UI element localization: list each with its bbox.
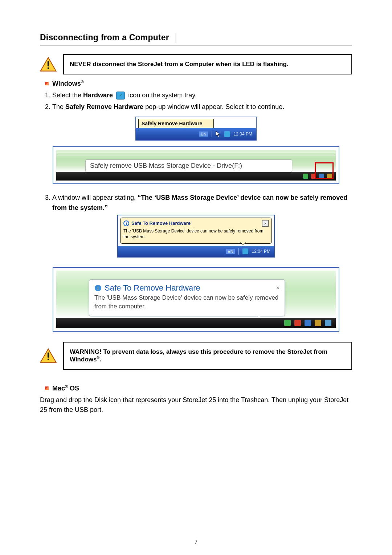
section-divider xyxy=(40,45,352,46)
tray-icon xyxy=(284,320,291,326)
step-3-text-a: A window will appear stating, xyxy=(52,194,138,201)
registered-mark: ® xyxy=(65,384,68,389)
step-1: Select the Hardware icon on the system t… xyxy=(52,90,352,101)
cursor-icon xyxy=(216,131,221,137)
screenshot-vista-row: Safely remove USB Mass Storage Device - … xyxy=(53,146,339,184)
close-icon[interactable]: × xyxy=(276,285,279,291)
popup-text: Safely remove USB Mass Storage Device - … xyxy=(90,162,242,169)
page: Disconnecting from a Computer │ NEVER di… xyxy=(0,0,392,555)
language-indicator: EN xyxy=(199,131,208,137)
svg-rect-10 xyxy=(48,353,49,358)
vista-background: Safely remove USB Mass Storage Device - … xyxy=(56,150,336,172)
vista-taskbar xyxy=(56,172,336,181)
vista-balloon-body: The 'USB Mass Storage Device' device can… xyxy=(94,293,279,311)
page-number: 7 xyxy=(0,539,392,546)
step-1-bold: Hardware xyxy=(83,92,113,99)
warning-icon xyxy=(40,57,57,72)
taskbar-separator xyxy=(212,131,212,137)
step-2: The Safely Remove Hardware pop-up window… xyxy=(52,102,352,112)
svg-rect-1 xyxy=(48,61,49,66)
highlight-box xyxy=(315,162,334,179)
language-indicator: EN xyxy=(226,249,234,254)
warning-text-b: . xyxy=(99,356,101,363)
info-icon xyxy=(123,220,129,226)
svg-rect-2 xyxy=(48,68,49,69)
step-1-text-a: Select the xyxy=(52,92,83,99)
callout-text: NEVER disconnect the StoreJet from a Com… xyxy=(70,61,289,68)
svg-rect-4 xyxy=(126,223,127,225)
step-3: A window will appear stating, “The ‘USB … xyxy=(52,193,352,213)
mac-paragraph: Drag and drop the Disk icon that represe… xyxy=(40,395,352,416)
taskbar-separator xyxy=(238,248,239,255)
tray-icon xyxy=(294,320,301,326)
steps-list-continued: A window will appear stating, “The ‘USB … xyxy=(42,193,352,213)
hardware-tray-icon xyxy=(116,92,125,100)
info-icon xyxy=(94,284,102,292)
warning-icon xyxy=(40,348,57,363)
subhead-mac-text: Mac xyxy=(52,385,65,392)
subhead-mac: Mac® OS xyxy=(45,384,352,392)
taskbar-clock: 12:04 PM xyxy=(252,249,270,254)
tray-icon xyxy=(315,320,321,326)
callout-never-disconnect: NEVER disconnect the StoreJet from a Com… xyxy=(40,54,352,74)
subhead-mac-os: OS xyxy=(68,385,79,392)
taskbar-clock: 12:04 PM xyxy=(234,131,252,137)
svg-rect-8 xyxy=(98,286,98,287)
xp-taskbar: EN 12:04 PM xyxy=(118,246,274,257)
callout-box: NEVER disconnect the StoreJet from a Com… xyxy=(63,54,352,74)
vista-taskbar xyxy=(56,318,336,328)
step-2-text-c: pop-up window will appear. Select it to … xyxy=(145,103,284,110)
step-2-bold: Safely Remove Hardware xyxy=(65,103,143,110)
subhead-windows-text: Windows xyxy=(52,80,81,87)
close-icon[interactable]: × xyxy=(262,220,269,227)
screenshot-xp-balloon: Safe To Remove Hardware × The 'USB Mass … xyxy=(117,215,275,258)
vista-background: Safe To Remove Hardware × The 'USB Mass … xyxy=(56,271,336,318)
bullet-icon xyxy=(45,82,49,85)
screenshot-xp-tooltip: Safely Remove Hardware EN 12:04 PM xyxy=(136,117,256,140)
step-1-text-c: icon on the system tray. xyxy=(128,92,197,99)
svg-rect-7 xyxy=(98,287,98,290)
warning-text-a: WARNING! To prevent data loss, always us… xyxy=(70,348,327,363)
tray-icon xyxy=(303,174,308,179)
registered-mark: ® xyxy=(81,80,84,84)
step-3-text-c: .” xyxy=(103,204,108,211)
registered-mark: ® xyxy=(97,356,99,360)
step-2-text-a: The xyxy=(52,103,65,110)
xp-tooltip: Safely Remove Hardware xyxy=(138,119,214,128)
xp-balloon: Safe To Remove Hardware × The 'USB Mass … xyxy=(120,218,272,244)
xp-balloon-body: The 'USB Mass Storage Device' device can… xyxy=(123,228,269,240)
xp-tooltip-text: Safely Remove Hardware xyxy=(142,121,202,126)
section-title-text: Disconnecting from a Computer xyxy=(40,33,169,42)
xp-balloon-title: Safe To Remove Hardware xyxy=(131,220,191,226)
callout-warning: WARNING! To prevent data loss, always us… xyxy=(40,342,352,370)
safely-remove-popup[interactable]: Safely remove USB Mass Storage Device - … xyxy=(85,159,292,172)
tray-icon xyxy=(325,320,331,326)
callout-box: WARNING! To prevent data loss, always us… xyxy=(63,342,352,370)
vista-balloon-title: Safe To Remove Hardware xyxy=(105,283,200,293)
section-title-pipe: │ xyxy=(174,33,179,42)
section-title: Disconnecting from a Computer │ xyxy=(40,33,352,42)
usb-tray-icon xyxy=(242,248,248,254)
vista-balloon: Safe To Remove Hardware × The 'USB Mass … xyxy=(89,279,285,316)
bullet-icon xyxy=(45,386,49,390)
tray-icon xyxy=(305,320,311,326)
svg-rect-11 xyxy=(48,359,49,360)
svg-rect-5 xyxy=(126,222,127,222)
subhead-windows: Windows® xyxy=(45,80,352,88)
xp-taskbar: EN 12:04 PM xyxy=(136,128,256,140)
steps-list: Select the Hardware icon on the system t… xyxy=(42,90,352,112)
usb-tray-icon xyxy=(224,131,230,137)
screenshot-vista-balloon: Safe To Remove Hardware × The 'USB Mass … xyxy=(53,267,339,332)
